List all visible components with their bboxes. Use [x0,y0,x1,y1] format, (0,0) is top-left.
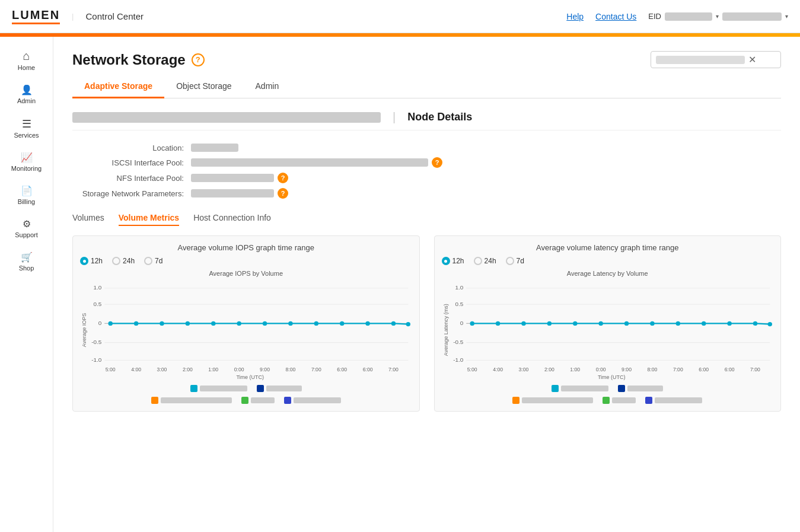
sidebar-item-support[interactable]: ⚙ Support [0,212,53,246]
iops-chart-wrapper: Average IOPS 1.0 0.5 0 -0.5 -1.0 [80,279,412,380]
storage-network-blurred [191,189,274,197]
svg-text:-0.5: -0.5 [453,339,464,345]
iops-radio-group: 12h 24h 7d [80,257,412,265]
iscsi-blurred [191,158,428,167]
subtabs: Volumes Volume Metrics Host Connection I… [72,213,781,226]
iops-legend-row2 [80,397,412,404]
storage-network-help-icon[interactable]: ? [278,188,288,199]
help-link[interactable]: Help [566,12,584,21]
iops-legend-color-5 [284,397,291,404]
iops-legend-label-4 [251,397,275,403]
nfs-help-icon[interactable]: ? [278,173,288,183]
sidebar-item-services[interactable]: ☰ Services [0,112,53,146]
iops-y-label: Average IOPS [80,279,88,380]
iops-legend [80,385,412,392]
latency-legend-item-4 [603,397,636,404]
svg-point-54 [650,321,654,326]
svg-point-14 [186,321,190,326]
latency-x-label: Time (UTC) [450,374,774,380]
sidebar-item-admin[interactable]: 👤 Admin [0,78,53,112]
latency-legend-label-2 [627,386,663,391]
sidebar-item-monitoring[interactable]: 📈 Monitoring [0,146,53,179]
sidebar-item-home[interactable]: ⌂ Home [0,43,53,78]
svg-point-52 [598,321,603,326]
latency-chart-wrapper: Average Latency (ms) 1.0 0.5 0 -0.5 -1.0 [442,279,774,380]
iops-graph-title: Average IOPS by Volume [80,270,412,277]
sidebar-item-billing[interactable]: 📄 Billing [0,179,53,212]
latency-svg-wrapper: 1.0 0.5 0 -0.5 -1.0 [450,279,774,380]
subtab-volume-metrics[interactable]: Volume Metrics [119,213,179,226]
svg-point-49 [521,321,525,326]
svg-text:7:00: 7:00 [311,367,321,372]
latency-radio-7d[interactable]: 7d [506,257,524,265]
search-value-blurred [656,56,745,64]
subtab-volumes[interactable]: Volumes [72,213,104,226]
monitoring-icon: 📈 [21,153,33,163]
iops-radio-12h[interactable]: 12h [80,257,103,265]
latency-radio-dot-7d [506,257,514,265]
latency-legend-label-4 [612,397,636,403]
iops-legend-color-1 [190,385,197,392]
iops-legend-label-1 [200,386,247,391]
search-clear-button[interactable]: ✕ [748,54,756,65]
svg-text:5:00: 5:00 [106,367,116,372]
svg-point-15 [211,321,215,326]
sidebar-label-admin: Admin [17,97,36,104]
topnav-right: Help Contact Us EID ▾ ▾ [566,12,788,21]
svg-point-17 [263,321,267,326]
sidebar-label-home: Home [18,64,35,71]
svg-text:-1.0: -1.0 [453,356,464,363]
node-header: | Node Details [72,110,781,130]
latency-svg: 1.0 0.5 0 -0.5 -1.0 [450,279,774,375]
latency-graph-title: Average Latency by Volume [442,270,774,277]
location-value [191,142,442,152]
svg-point-56 [701,321,705,326]
svg-text:9:00: 9:00 [260,367,270,372]
iops-chart-title: Average volume IOPS graph time range [80,243,412,252]
svg-point-16 [237,321,241,326]
latency-legend-color-4 [603,397,610,404]
iops-x-label: Time (UTC) [88,374,412,380]
iops-radio-24h[interactable]: 24h [112,257,135,265]
iscsi-help-icon[interactable]: ? [432,157,442,168]
latency-legend-item-5 [645,397,702,404]
svg-text:4:00: 4:00 [493,367,503,372]
latency-radio-dot-12h [442,257,450,265]
iops-legend-color-2 [257,385,264,392]
sidebar-item-shop[interactable]: 🛒 Shop [0,246,53,279]
page-help-icon[interactable]: ? [192,53,205,66]
tab-object-storage[interactable]: Object Storage [164,75,243,98]
iops-radio-7d[interactable]: 7d [144,257,162,265]
iops-svg-wrapper: 1.0 0.5 0 -0.5 -1.0 [88,279,412,380]
svg-text:0:00: 0:00 [595,367,605,372]
svg-text:4:00: 4:00 [131,367,141,372]
billing-icon: 📄 [21,186,33,196]
svg-point-59 [767,322,772,326]
svg-point-53 [624,321,628,326]
sidebar-label-monitoring: Monitoring [11,165,42,172]
svg-text:6:00: 6:00 [363,367,373,372]
iops-legend-color-3 [151,397,158,404]
admin-icon: 👤 [21,85,33,95]
tab-adaptive-storage[interactable]: Adaptive Storage [72,75,164,98]
svg-text:5:00: 5:00 [467,367,477,372]
latency-legend [442,385,774,392]
iops-legend-label-3 [161,397,232,403]
user-value [722,12,782,21]
subtab-host-connection[interactable]: Host Connection Info [193,213,271,226]
contact-link[interactable]: Contact Us [595,12,636,21]
divider: | [393,110,396,124]
latency-legend-item-2 [618,385,663,392]
latency-radio-group: 12h 24h 7d [442,257,774,265]
tab-admin[interactable]: Admin [244,75,291,98]
latency-radio-24h[interactable]: 24h [474,257,496,265]
eid-chevron[interactable]: ▾ [716,13,719,20]
latency-radio-12h[interactable]: 12h [442,257,464,265]
user-chevron[interactable]: ▾ [785,13,788,20]
svg-point-57 [727,321,731,326]
iops-legend-item-5 [284,397,341,404]
iscsi-label: ISCSI Interface Pool: [72,157,191,168]
svg-point-58 [753,321,757,326]
svg-point-22 [391,321,396,326]
latency-legend-color-5 [645,397,652,404]
